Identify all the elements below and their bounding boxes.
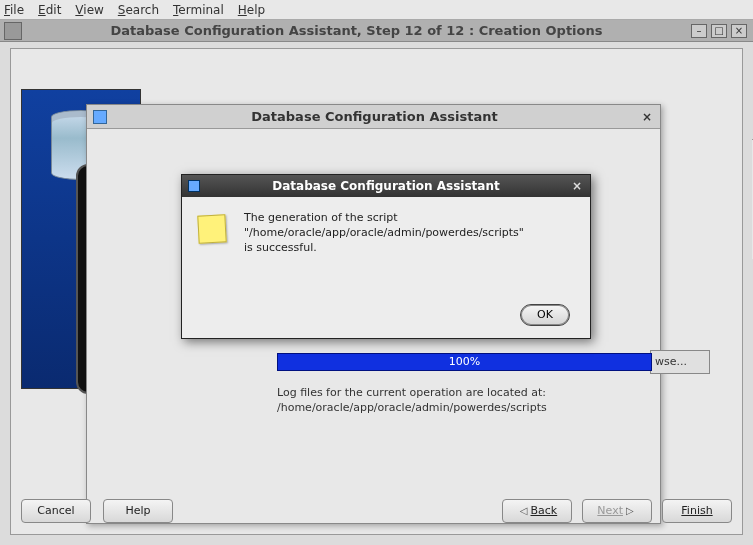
wizard-button-bar: Cancel Help ◁Back Next▷ Finish: [21, 496, 732, 526]
alert-body: The generation of the script "/home/orac…: [182, 197, 590, 266]
alert-title: Database Configuration Assistant: [200, 179, 572, 193]
outer-window-titlebar: Database Configuration Assistant, Step 1…: [0, 20, 753, 42]
close-icon[interactable]: ×: [572, 179, 582, 193]
alert-msg-line: The generation of the script: [244, 211, 574, 226]
wizard-window: Change A ● Reducin and dis change ● Data…: [10, 48, 743, 535]
ok-button[interactable]: OK: [520, 304, 570, 326]
menu-search[interactable]: Search: [118, 3, 159, 17]
help-button[interactable]: Help: [103, 499, 173, 523]
alert-titlebar: Database Configuration Assistant ×: [182, 175, 590, 197]
maximize-button[interactable]: □: [711, 24, 727, 38]
next-label: Next: [597, 504, 623, 517]
alert-msg-line: is successful.: [244, 241, 574, 256]
minimize-button[interactable]: –: [691, 24, 707, 38]
next-button: Next▷: [582, 499, 652, 523]
note-icon: [197, 214, 226, 243]
alert-msg-line: "/home/oracle/app/oracle/admin/powerdes/…: [244, 226, 574, 241]
chevron-right-icon: ▷: [626, 505, 634, 516]
browse-button[interactable]: wse...: [650, 350, 710, 374]
close-button[interactable]: ×: [731, 24, 747, 38]
log-path: /home/oracle/app/oracle/admin/powerdes/s…: [277, 400, 652, 415]
progress-area: 100% Log files for the current operation…: [277, 353, 652, 416]
alert-footer: OK: [520, 304, 570, 326]
outer-window-title: Database Configuration Assistant, Step 1…: [22, 23, 691, 38]
desktop-menubar: File Edit View Search Terminal Help: [0, 0, 753, 20]
menu-edit[interactable]: Edit: [38, 3, 61, 17]
menu-view[interactable]: View: [75, 3, 103, 17]
back-label: Back: [530, 504, 557, 517]
log-text: Log files for the current operation are …: [277, 385, 652, 416]
alert-message: The generation of the script "/home/orac…: [244, 211, 574, 256]
menu-help[interactable]: Help: [238, 3, 265, 17]
menu-terminal[interactable]: Terminal: [173, 3, 224, 17]
dialog-icon: [93, 110, 107, 124]
log-line: Log files for the current operation are …: [277, 385, 652, 400]
progress-dialog-titlebar: Database Configuration Assistant ×: [87, 105, 660, 129]
chevron-left-icon: ◁: [520, 505, 528, 516]
finish-button[interactable]: Finish: [662, 499, 732, 523]
app-icon: [4, 22, 22, 40]
window-controls: – □ ×: [691, 24, 747, 38]
dialog-icon: [188, 180, 200, 192]
cancel-button[interactable]: Cancel: [21, 499, 91, 523]
progress-dialog-title: Database Configuration Assistant: [107, 109, 642, 124]
finish-label: Finish: [681, 504, 712, 517]
back-button[interactable]: ◁Back: [502, 499, 572, 523]
progress-bar: 100%: [277, 353, 652, 371]
close-icon[interactable]: ×: [642, 110, 652, 124]
alert-dialog: Database Configuration Assistant × The g…: [181, 174, 591, 339]
menu-file[interactable]: File: [4, 3, 24, 17]
